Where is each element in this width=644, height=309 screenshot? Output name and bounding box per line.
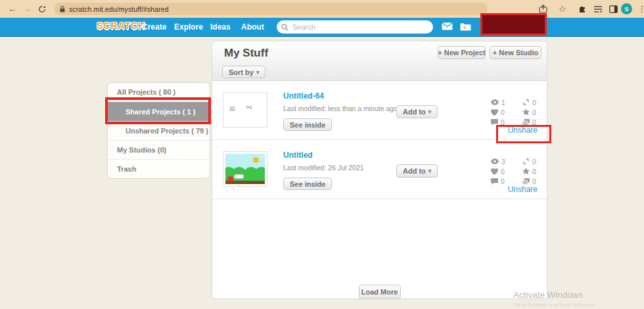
nav-link-explore[interactable]: Explore bbox=[174, 22, 203, 32]
chevron-down-icon: ▾ bbox=[256, 69, 260, 76]
chevron-down-icon: ▾ bbox=[428, 108, 432, 115]
loves-stat: 0 bbox=[491, 108, 522, 116]
bookmark-star-icon[interactable]: ☆ bbox=[559, 0, 566, 18]
profile-avatar[interactable]: S bbox=[621, 0, 632, 18]
extension-icon[interactable] bbox=[578, 0, 587, 18]
nav-link-ideas[interactable]: Ideas bbox=[210, 22, 231, 32]
panel-header: My Stuff + New Project + New Studio Sort… bbox=[212, 41, 547, 81]
calculator-sprite-icon: ▤ bbox=[229, 105, 235, 112]
project-row-untitled-64: ▤ ✂ Untitled-64 Last modified: less than… bbox=[212, 81, 547, 140]
nav-link-create[interactable]: Create bbox=[142, 22, 166, 32]
new-studio-button[interactable]: + New Studio bbox=[490, 46, 541, 59]
screen: ← → scratch.mit.edu/mystuff/#shared ☆ S … bbox=[0, 0, 644, 309]
chevron-down-icon: ▾ bbox=[428, 168, 432, 174]
browser-chrome: ← → scratch.mit.edu/mystuff/#shared ☆ S … bbox=[0, 0, 644, 18]
last-modified-text: Last modified: less than a minute ago bbox=[283, 105, 398, 112]
mystuff-folder-icon[interactable]: s bbox=[460, 22, 471, 31]
see-inside-button[interactable]: See inside bbox=[283, 118, 332, 131]
project-thumbnail[interactable]: ▤ ✂ bbox=[223, 92, 267, 128]
reload-icon[interactable] bbox=[38, 5, 46, 13]
project-thumbnail[interactable] bbox=[223, 151, 267, 187]
side-panel-icon[interactable] bbox=[609, 0, 618, 18]
loves-stat: 0 bbox=[491, 168, 522, 176]
scratch-navbar: SCRATCH Create Explore Ideas About s bbox=[0, 18, 644, 37]
sidebar-item-unshared-projects[interactable]: Unshared Projects ( 79 ) bbox=[108, 121, 210, 140]
views-stat: 1 bbox=[491, 99, 522, 107]
project-row-untitled: Untitled Last modified: 26 Jul 2021 See … bbox=[212, 140, 547, 199]
add-to-dropdown[interactable]: Add to ▾ bbox=[396, 164, 438, 178]
browser-menu-icon[interactable]: ⋮ bbox=[637, 0, 644, 18]
activate-windows-watermark: Activate Windows bbox=[513, 290, 584, 300]
sort-by-dropdown[interactable]: Sort by ▾ bbox=[222, 66, 265, 78]
project-title-link[interactable]: Untitled bbox=[283, 151, 364, 160]
new-project-button[interactable]: + New Project bbox=[438, 46, 486, 59]
address-bar[interactable]: scratch.mit.edu/mystuff/#shared bbox=[54, 3, 488, 15]
sidebar-item-my-studios[interactable]: My Studios (0) bbox=[108, 140, 210, 159]
copies-stat: 0 bbox=[522, 118, 551, 126]
messages-icon[interactable] bbox=[442, 22, 453, 30]
scratch-logo[interactable]: SCRATCH bbox=[97, 20, 145, 31]
mystuff-sidebar: All Projects ( 80 ) Shared Projects ( 1 … bbox=[107, 82, 210, 179]
views-stat: 3 bbox=[491, 158, 522, 166]
add-to-dropdown[interactable]: Add to ▾ bbox=[396, 105, 438, 118]
scissors-sprite-icon: ✂ bbox=[245, 103, 252, 112]
project-title-link[interactable]: Untitled-64 bbox=[283, 91, 398, 101]
back-icon[interactable]: ← bbox=[8, 0, 16, 18]
share-icon[interactable] bbox=[539, 0, 547, 18]
unshare-link[interactable]: Unshare bbox=[508, 126, 538, 135]
favorites-stat: 0 bbox=[522, 108, 551, 116]
url-text: scratch.mit.edu/mystuff/#shared bbox=[69, 5, 169, 13]
lock-icon bbox=[60, 6, 65, 12]
comments-stat: 0 bbox=[491, 118, 522, 126]
forward-icon[interactable]: → bbox=[23, 0, 32, 18]
remixes-stat: 0 bbox=[522, 158, 551, 166]
mystuff-panel: My Stuff + New Project + New Studio Sort… bbox=[212, 41, 547, 299]
sidebar-item-shared-projects[interactable]: Shared Projects ( 1 ) bbox=[108, 102, 210, 121]
last-modified-text: Last modified: 26 Jul 2021 bbox=[283, 164, 364, 172]
project-stats: 3 0 0 0 0 bbox=[491, 156, 551, 186]
search-input[interactable] bbox=[292, 23, 417, 31]
reading-list-icon[interactable] bbox=[593, 0, 603, 18]
speech-bubble bbox=[234, 174, 244, 179]
copies-stat: 0 bbox=[522, 178, 551, 185]
sidebar-item-trash[interactable]: Trash bbox=[108, 159, 210, 178]
unshare-link[interactable]: Unshare bbox=[508, 185, 538, 194]
load-more-button[interactable]: Load More bbox=[359, 285, 401, 299]
page-title: My Stuff bbox=[224, 47, 268, 60]
crab-sprite bbox=[227, 176, 233, 181]
nav-link-about[interactable]: About bbox=[241, 22, 264, 32]
comments-stat: 0 bbox=[491, 178, 522, 185]
folder-letter: s bbox=[463, 24, 466, 30]
search-box[interactable] bbox=[277, 20, 433, 34]
project-stats: 1 0 0 0 0 bbox=[491, 97, 551, 127]
activate-windows-subtext: Go to Settings to activate Windows bbox=[513, 302, 595, 308]
see-inside-button[interactable]: See inside bbox=[283, 178, 332, 190]
favorites-stat: 0 bbox=[522, 168, 551, 176]
search-icon bbox=[281, 24, 288, 31]
sidebar-item-all-projects[interactable]: All Projects ( 80 ) bbox=[108, 83, 210, 102]
sun-graphic bbox=[253, 157, 259, 163]
remixes-stat: 0 bbox=[522, 99, 551, 107]
